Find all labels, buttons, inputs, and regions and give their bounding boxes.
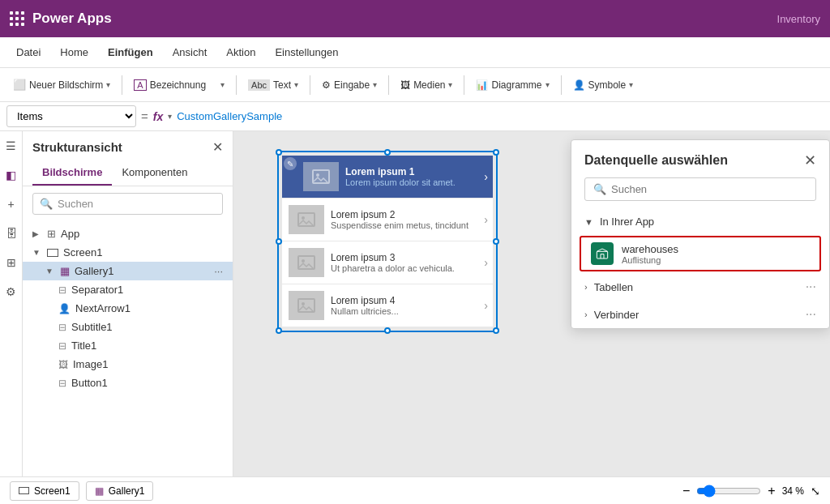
tree-item-image1[interactable]: 🖼 Image1 — [23, 355, 233, 374]
gallery-arrow-2: › — [484, 213, 488, 226]
image1-icon: 🖼 — [58, 359, 68, 370]
menu-ansicht[interactable]: Ansicht — [165, 43, 216, 62]
gallery-item-2[interactable]: Lorem ipsum 2 Suspendisse enim metus, ti… — [282, 199, 493, 241]
menu-aktion[interactable]: Aktion — [218, 43, 263, 62]
menu-home[interactable]: Home — [52, 43, 96, 62]
search-icon: 🔍 — [40, 198, 53, 210]
ds-title: Datenquelle auswählen — [584, 153, 728, 168]
gallery1-status-icon: ▦ — [95, 485, 104, 497]
gallery-image-2 — [289, 205, 324, 234]
zoom-minus[interactable]: − — [682, 484, 690, 498]
tree-items: ▶ ⊞ App ▼ Screen1 ▼ ▦ Gallery1 ··· ⊟ Sep… — [23, 221, 233, 476]
new-screen-button[interactable]: ⬜ Neuer Bildschirm ▾ — [6, 75, 117, 94]
ds-section-chevron-app: ▼ — [584, 217, 593, 227]
tree-item-subtitle1[interactable]: ⊟ Subtitle1 — [23, 318, 233, 336]
ds-item-warehouses[interactable]: warehouses Auflistung — [580, 236, 821, 271]
layers-icon[interactable]: ◧ — [3, 167, 19, 183]
canvas-area[interactable]: ✎ Lorem ipsum 1 Lorem ipsum dolor sit am… — [233, 131, 830, 476]
tree-chevron-app: ▶ — [32, 229, 42, 238]
formula-input[interactable] — [177, 110, 824, 122]
text-button[interactable]: Abc Text ▾ — [242, 76, 305, 94]
tree-item-nextarrow1[interactable]: 👤 NextArrow1 — [23, 299, 233, 318]
gallery-item-3[interactable]: Lorem ipsum 3 Ut pharetra a dolor ac veh… — [282, 241, 493, 284]
tools-icon[interactable]: ⚙ — [3, 284, 19, 300]
new-screen-chevron: ▾ — [106, 80, 110, 89]
zoom-slider[interactable] — [696, 485, 761, 498]
svg-rect-8 — [597, 251, 607, 258]
left-sidebar: ☰ ◧ + 🗄 ⊞ ⚙ — [0, 131, 23, 476]
tab-bildschirme[interactable]: Bildschirme — [32, 161, 112, 186]
status-bar: Screen1 ▦ Gallery1 − + 34 % ⤡ — [0, 476, 830, 504]
ds-close-button[interactable]: ✕ — [804, 152, 816, 169]
gallery-sub-1: Lorem ipsum dolor sit amet. — [345, 177, 456, 187]
symbols-button[interactable]: 👤 Symbole ▾ — [567, 76, 640, 94]
tree-item-button1[interactable]: ⊟ Button1 — [23, 374, 233, 392]
ds-section-in-app[interactable]: ▼ In Ihrer App — [571, 209, 829, 234]
hamburger-icon[interactable]: ☰ — [3, 138, 19, 154]
text-icon: Abc — [248, 79, 270, 91]
gallery-item-4[interactable]: Lorem ipsum 4 Nullam ultricies... › — [282, 284, 493, 327]
button1-icon: ⊟ — [58, 378, 66, 389]
tree-close-button[interactable]: ✕ — [212, 139, 223, 155]
top-bar: Power Apps Inventory — [0, 0, 830, 37]
connectors-more-button[interactable]: ··· — [806, 307, 816, 322]
media-button[interactable]: 🖼 Medien ▾ — [394, 76, 459, 94]
tab-komponenten[interactable]: Komponenten — [112, 161, 197, 186]
custom-icon[interactable]: ⊞ — [3, 254, 19, 271]
gallery-image-3 — [289, 248, 324, 277]
ds-section-connectors[interactable]: › Verbinder ··· — [571, 301, 829, 328]
svg-point-5 — [302, 259, 305, 263]
ds-search-box[interactable]: 🔍 — [584, 177, 816, 201]
ds-section-chevron-tables: › — [584, 282, 588, 292]
zoom-plus[interactable]: + — [768, 484, 775, 498]
tree-search-box[interactable]: 🔍 Suchen — [32, 193, 223, 215]
tree-item-gallery1[interactable]: ▼ ▦ Gallery1 ··· — [23, 262, 233, 280]
tree-chevron-gallery1: ▼ — [45, 267, 55, 275]
tree-item-app[interactable]: ▶ ⊞ App — [23, 224, 233, 243]
tree-item-title1[interactable]: ⊟ Title1 — [23, 336, 233, 355]
ds-header: Datenquelle auswählen ✕ — [571, 140, 829, 177]
warehouses-sub: Auflistung — [622, 255, 678, 265]
screen-icon: ⬜ — [13, 79, 26, 91]
gallery-item-1[interactable]: ✎ Lorem ipsum 1 Lorem ipsum dolor sit am… — [282, 156, 493, 199]
symbols-icon: 👤 — [573, 79, 585, 91]
data-icon[interactable]: 🗄 — [3, 225, 19, 241]
subtitle1-icon: ⊟ — [58, 322, 66, 333]
nextarrow1-icon: 👤 — [58, 303, 71, 314]
input-button[interactable]: ⚙ Eingabe ▾ — [315, 76, 383, 94]
tree-item-separator1[interactable]: ⊟ Separator1 — [23, 280, 233, 299]
label-chevron-button[interactable]: ▾ — [214, 77, 231, 92]
label-button[interactable]: A Bezeichnung — [127, 76, 212, 94]
status-screen1[interactable]: Screen1 — [10, 481, 79, 501]
ds-section-tables[interactable]: › Tabellen ··· — [571, 273, 829, 301]
menu-einfuegen[interactable]: Einfügen — [100, 43, 161, 62]
ds-search-input[interactable] — [611, 183, 807, 195]
tree-tabs: Bildschirme Komponenten — [23, 161, 233, 186]
field-selector[interactable]: Items — [6, 105, 136, 127]
tables-more-button[interactable]: ··· — [806, 280, 816, 294]
menu-datei[interactable]: Datei — [8, 43, 49, 62]
formula-bar: Items = fx ▾ — [0, 102, 830, 131]
gallery-text-4: Lorem ipsum 4 — [331, 295, 399, 306]
app-title: Power Apps — [32, 11, 112, 27]
add-icon[interactable]: + — [3, 196, 19, 212]
toolbar-divider-4 — [388, 75, 389, 95]
gallery-arrow-4: › — [484, 299, 488, 312]
ds-section-chevron-connectors: › — [584, 310, 588, 319]
media-icon: 🖼 — [400, 79, 410, 91]
svg-point-3 — [302, 216, 305, 220]
tree-item-screen1[interactable]: ▼ Screen1 — [23, 243, 233, 262]
gallery1-more-button[interactable]: ··· — [214, 265, 223, 277]
tree-chevron-screen1: ▼ — [32, 248, 42, 257]
svg-point-1 — [316, 173, 319, 177]
equals-sign: = — [141, 109, 148, 123]
toolbar: ⬜ Neuer Bildschirm ▾ A Bezeichnung ▾ Abc… — [0, 68, 830, 102]
fullscreen-icon[interactable]: ⤡ — [811, 485, 820, 498]
main-layout: ☰ ◧ + 🗄 ⊞ ⚙ Strukturansicht ✕ Bildschirm… — [0, 131, 830, 476]
tree-panel: Strukturansicht ✕ Bildschirme Komponente… — [23, 131, 233, 476]
charts-button[interactable]: 📊 Diagramme ▾ — [469, 76, 555, 94]
menu-einstellungen[interactable]: Einstellungen — [267, 43, 346, 62]
apps-grid-icon[interactable] — [10, 11, 24, 26]
status-gallery1[interactable]: ▦ Gallery1 — [86, 481, 154, 501]
gallery1-icon: ▦ — [60, 265, 70, 277]
